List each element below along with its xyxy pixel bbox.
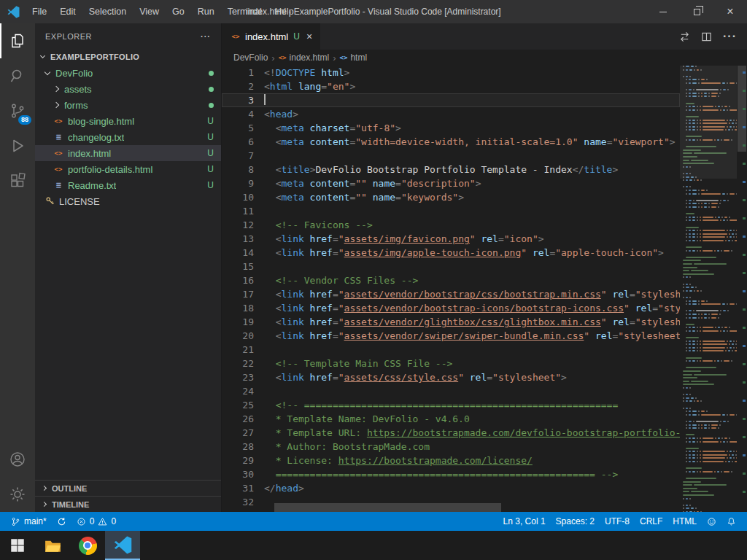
line-number[interactable]: 5 (222, 121, 264, 135)
file-explorer-taskbar-button[interactable] (35, 531, 70, 560)
line-number[interactable]: 16 (222, 273, 264, 287)
code-line[interactable]: 27 * Template URL: https://bootstrapmade… (222, 426, 680, 440)
line-number[interactable]: 1 (222, 66, 264, 79)
line-number[interactable]: 8 (222, 163, 264, 176)
line-number[interactable]: 33 (222, 509, 264, 512)
horizontal-scrollbar[interactable] (274, 503, 680, 512)
vscode-taskbar-button[interactable] (105, 531, 140, 560)
hscroll-thumb[interactable] (274, 503, 501, 512)
line-number[interactable]: 9 (222, 176, 264, 190)
line-number[interactable]: 11 (222, 204, 264, 218)
line-number[interactable]: 14 (222, 246, 264, 260)
code-line[interactable]: 13 <link href="assets/img/favicon.png" r… (222, 232, 680, 246)
split-editor-icon[interactable] (701, 31, 712, 42)
line-number[interactable]: 10 (222, 190, 264, 204)
menu-go[interactable]: Go (166, 0, 191, 23)
breadcrumb-item-html[interactable]: <>html (340, 52, 368, 63)
code-line[interactable]: 3 (222, 93, 680, 107)
line-number[interactable]: 13 (222, 232, 264, 246)
line-number[interactable]: 27 (222, 426, 264, 440)
line-number[interactable]: 6 (222, 135, 264, 149)
line-number[interactable]: 31 (222, 481, 264, 495)
language-mode[interactable]: HTML (667, 516, 702, 526)
code-line[interactable]: 28 * Author: BootstrapMade.com (222, 440, 680, 454)
code-line[interactable]: 22 <!-- Template Main CSS File --> (222, 357, 680, 370)
line-number[interactable]: 21 (222, 343, 264, 357)
code-editor[interactable]: 1<!DOCTYPE html>2<html lang="en">34<head… (222, 66, 680, 512)
line-number[interactable]: 20 (222, 329, 264, 343)
feedback-button[interactable] (702, 517, 721, 526)
explorer-more-actions-icon[interactable]: ··· (201, 32, 211, 41)
code-line[interactable]: 5 <meta charset="utf-8"> (222, 121, 680, 135)
start-button[interactable] (0, 531, 35, 560)
tree-item-license[interactable]: LICENSE (35, 193, 221, 209)
activity-search[interactable] (0, 58, 35, 93)
open-changes-icon[interactable] (679, 31, 690, 42)
eol-sequence[interactable]: CRLF (635, 516, 667, 526)
code-line[interactable]: 10 <meta content="" name="keywords"> (222, 190, 680, 204)
minimap-slider[interactable] (680, 66, 737, 179)
line-number[interactable]: 3 (222, 93, 264, 107)
activity-extensions[interactable] (0, 163, 35, 198)
code-line[interactable]: 1<!DOCTYPE html> (222, 66, 680, 79)
line-number[interactable]: 17 (222, 287, 264, 301)
tree-item-portfolio-details-html[interactable]: <>portfolio-details.htmlU (35, 161, 221, 177)
tree-item-assets[interactable]: assets (35, 81, 221, 97)
line-number[interactable]: 25 (222, 398, 264, 412)
code-line[interactable]: 7 (222, 149, 680, 163)
code-line[interactable]: 14 <link href="assets/img/apple-touch-ic… (222, 246, 680, 260)
code-line[interactable]: 4<head> (222, 107, 680, 121)
code-line[interactable]: 8 <title>DevFolio Bootstrap Portfolio Te… (222, 163, 680, 176)
notifications-button[interactable] (721, 517, 741, 526)
activity-run-debug[interactable] (0, 128, 35, 163)
line-number[interactable]: 7 (222, 149, 264, 163)
tree-item-forms[interactable]: forms (35, 97, 221, 113)
breadcrumb-item-devfolio[interactable]: DevFolio (233, 52, 268, 63)
line-number[interactable]: 4 (222, 107, 264, 121)
code-line[interactable]: 17 <link href="assets/vendor/bootstrap/c… (222, 287, 680, 301)
more-actions-icon[interactable]: ··· (723, 30, 737, 43)
branch-status[interactable]: main* (6, 512, 52, 531)
menu-selection[interactable]: Selection (82, 0, 133, 23)
activity-explorer[interactable] (0, 23, 35, 58)
code-line[interactable]: 30 =====================================… (222, 467, 680, 481)
line-number[interactable]: 32 (222, 495, 264, 509)
problems-status[interactable]: 0 0 (71, 512, 121, 531)
tab-close-icon[interactable]: × (306, 31, 312, 42)
activity-source-control[interactable]: 88 (0, 93, 35, 128)
menu-edit[interactable]: Edit (53, 0, 82, 23)
line-number[interactable]: 12 (222, 218, 264, 232)
code-line[interactable]: 24 (222, 384, 680, 398)
line-number[interactable]: 28 (222, 440, 264, 454)
line-number[interactable]: 24 (222, 384, 264, 398)
settings-button[interactable] (0, 477, 35, 512)
code-line[interactable]: 21 (222, 343, 680, 357)
code-line[interactable]: 18 <link href="assets/vendor/bootstrap-i… (222, 301, 680, 315)
line-number[interactable]: 26 (222, 412, 264, 426)
tree-item-changelog-txt[interactable]: ≡changelog.txtU (35, 129, 221, 145)
outline-section[interactable]: OUTLINE (35, 480, 221, 496)
line-number[interactable]: 18 (222, 301, 264, 315)
code-line[interactable]: 29 * License: https://bootstrapmade.com/… (222, 454, 680, 467)
code-line[interactable]: 31</head> (222, 481, 680, 495)
code-line[interactable]: 19 <link href="assets/vendor/glightbox/c… (222, 315, 680, 329)
indentation[interactable]: Spaces: 2 (551, 516, 600, 526)
restore-button[interactable] (680, 0, 713, 23)
minimap[interactable] (680, 66, 737, 512)
code-line[interactable]: 25 <!-- ================================… (222, 398, 680, 412)
timeline-section[interactable]: TIMELINE (35, 496, 221, 512)
code-line[interactable]: 15 (222, 260, 680, 273)
tree-item-index-html[interactable]: <>index.htmlU (35, 145, 221, 161)
menu-view[interactable]: View (133, 0, 166, 23)
vertical-scrollbar[interactable] (737, 66, 747, 512)
chrome-taskbar-button[interactable] (70, 531, 105, 560)
minimize-button[interactable] (646, 0, 680, 23)
tree-item-devfolio[interactable]: DevFolio (35, 65, 221, 81)
code-line[interactable]: 23 <link href="assets/css/style.css" rel… (222, 370, 680, 384)
code-line[interactable]: 2<html lang="en"> (222, 79, 680, 93)
line-number[interactable]: 2 (222, 79, 264, 93)
line-number[interactable]: 29 (222, 454, 264, 467)
close-button[interactable]: × (713, 0, 747, 23)
account-button[interactable] (0, 442, 35, 477)
line-number[interactable]: 22 (222, 357, 264, 370)
